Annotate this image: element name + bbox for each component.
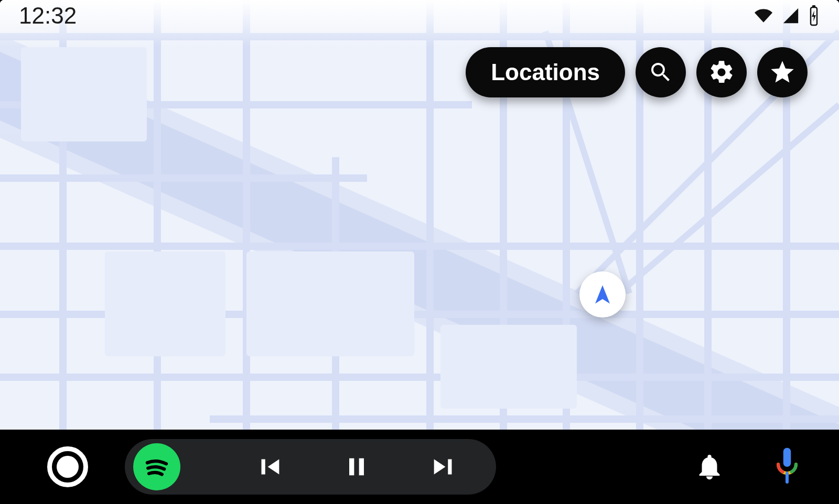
skip-next-button[interactable] <box>429 452 459 482</box>
skip-next-icon <box>429 452 459 482</box>
map-top-fade <box>0 0 839 47</box>
play-pause-button[interactable] <box>342 452 371 481</box>
google-mic-icon <box>772 446 802 487</box>
settings-button[interactable] <box>696 47 747 97</box>
svg-rect-23 <box>21 47 147 141</box>
screen: Locations 12:32 <box>0 0 839 504</box>
media-control-pill <box>125 439 496 495</box>
locations-button-label: Locations <box>491 59 600 85</box>
favorites-button[interactable] <box>757 47 808 97</box>
notifications-button[interactable] <box>694 452 725 482</box>
locations-button[interactable]: Locations <box>466 47 625 97</box>
svg-rect-25 <box>246 251 414 356</box>
svg-rect-29 <box>783 448 791 467</box>
pause-icon <box>342 452 371 481</box>
assistant-mic-button[interactable] <box>772 446 802 487</box>
spotify-icon <box>141 451 173 483</box>
svg-rect-26 <box>440 325 577 409</box>
svg-rect-24 <box>105 251 225 356</box>
bell-icon <box>694 452 725 482</box>
search-icon <box>648 60 673 85</box>
star-icon <box>769 59 796 86</box>
skip-previous-button[interactable] <box>254 452 284 482</box>
current-location-marker[interactable] <box>579 271 626 317</box>
launcher-dot-icon <box>57 456 79 478</box>
skip-previous-icon <box>254 452 284 482</box>
navigation-arrow-icon <box>591 283 614 305</box>
map-canvas[interactable]: Locations <box>0 0 839 430</box>
gear-icon <box>708 59 735 86</box>
launcher-button[interactable] <box>47 446 88 487</box>
search-button[interactable] <box>636 47 686 97</box>
media-app-button[interactable] <box>133 443 180 490</box>
bottom-nav-bar <box>0 430 839 504</box>
map-action-cluster: Locations <box>466 47 808 97</box>
